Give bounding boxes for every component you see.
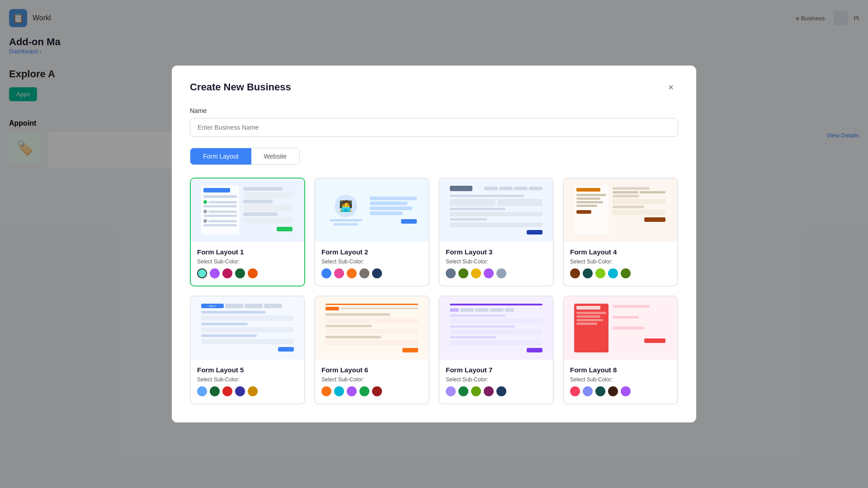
- layout-preview-3: [439, 178, 553, 242]
- layout-preview-5: step 1: [191, 296, 304, 360]
- color-dot[interactable]: [458, 386, 468, 396]
- color-dot[interactable]: [222, 268, 232, 278]
- layout-name-6: Form Layout 6: [321, 366, 422, 374]
- sub-color-label-3: Select Sub-Color:: [446, 258, 547, 265]
- layout-name-2: Form Layout 2: [321, 248, 422, 256]
- color-dot[interactable]: [235, 268, 245, 278]
- color-dot[interactable]: [372, 386, 382, 396]
- color-dot[interactable]: [197, 386, 207, 396]
- color-dot[interactable]: [248, 386, 258, 396]
- sub-color-label-2: Select Sub-Color:: [321, 258, 422, 265]
- sub-color-label-1: Select Sub-Color:: [197, 258, 298, 265]
- color-dot[interactable]: [446, 268, 456, 278]
- color-dot[interactable]: [210, 268, 220, 278]
- layout-card-1[interactable]: ✓: [190, 178, 305, 286]
- color-dot[interactable]: [347, 386, 357, 396]
- layout-name-4: Form Layout 4: [570, 248, 671, 256]
- color-dot[interactable]: [372, 268, 382, 278]
- color-dot[interactable]: [484, 386, 494, 396]
- color-dots-1: [197, 268, 298, 278]
- color-dot[interactable]: [359, 268, 369, 278]
- color-dots-2: [321, 268, 422, 278]
- layout-info-6: Form Layout 6 Select Sub-Color:: [315, 360, 429, 404]
- layout-tab-group: Form Layout Website: [190, 148, 300, 165]
- layout-name-1: Form Layout 1: [197, 248, 298, 256]
- color-dots-5: [197, 386, 298, 396]
- sub-color-label-5: Select Sub-Color:: [197, 376, 298, 383]
- color-dot[interactable]: [197, 268, 207, 278]
- layout-name-8: Form Layout 8: [570, 366, 671, 374]
- layout-name-5: Form Layout 5: [197, 366, 298, 374]
- color-dot[interactable]: [608, 386, 618, 396]
- layout-info-1: Form Layout 1 Select Sub-Color:: [191, 242, 304, 286]
- layout-name-3: Form Layout 3: [446, 248, 547, 256]
- layouts-grid: ✓: [190, 178, 678, 404]
- color-dot[interactable]: [471, 386, 481, 396]
- layout-preview-8: [564, 296, 677, 360]
- color-dot[interactable]: [608, 268, 618, 278]
- color-dot[interactable]: [496, 386, 506, 396]
- layout-preview-2: 🧑‍💻: [315, 178, 429, 242]
- color-dot[interactable]: [570, 268, 580, 278]
- layout-info-4: Form Layout 4 Select Sub-Color:: [564, 242, 677, 286]
- layout-info-5: Form Layout 5 Select Sub-Color:: [191, 360, 304, 404]
- color-dot[interactable]: [570, 386, 580, 396]
- layout-card-4[interactable]: Form Layout 4 Select Sub-Color:: [563, 178, 678, 286]
- color-dot[interactable]: [484, 268, 494, 278]
- layout-card-2[interactable]: 🧑‍💻: [314, 178, 429, 286]
- modal-header: Create New Business ×: [190, 80, 678, 94]
- business-name-input[interactable]: [190, 118, 678, 137]
- color-dot[interactable]: [458, 268, 468, 278]
- color-dot[interactable]: [334, 386, 344, 396]
- sub-color-label-4: Select Sub-Color:: [570, 258, 671, 265]
- layout-name-7: Form Layout 7: [446, 366, 547, 374]
- layout-card-8[interactable]: Form Layout 8 Select Sub-Color:: [563, 296, 678, 404]
- color-dot[interactable]: [235, 386, 245, 396]
- color-dot[interactable]: [222, 386, 232, 396]
- color-dot[interactable]: [446, 386, 456, 396]
- layout-info-7: Form Layout 7 Select Sub-Color:: [439, 360, 553, 404]
- layout-info-3: Form Layout 3 Select Sub-Color:: [439, 242, 553, 286]
- color-dot[interactable]: [621, 268, 631, 278]
- color-dot[interactable]: [210, 386, 220, 396]
- layout-card-6[interactable]: Form Layout 6 Select Sub-Color:: [314, 296, 429, 404]
- color-dot[interactable]: [583, 268, 593, 278]
- create-business-modal: Create New Business × Name Form Layout W…: [172, 66, 696, 422]
- layout-card-7[interactable]: Form Layout 7 Select Sub-Color:: [439, 296, 554, 404]
- modal-title: Create New Business: [190, 81, 291, 93]
- tab-website[interactable]: Website: [251, 148, 299, 164]
- sub-color-label-6: Select Sub-Color:: [321, 376, 422, 383]
- color-dot[interactable]: [595, 386, 605, 396]
- color-dots-8: [570, 386, 671, 396]
- layout-card-3[interactable]: Form Layout 3 Select Sub-Color:: [439, 178, 554, 286]
- layout-card-5[interactable]: step 1: [190, 296, 305, 404]
- layout-preview-7: [439, 296, 553, 360]
- color-dot[interactable]: [321, 386, 331, 396]
- layout-info-2: Form Layout 2 Select Sub-Color:: [315, 242, 429, 286]
- modal-close-button[interactable]: ×: [664, 80, 678, 94]
- color-dots-6: [321, 386, 422, 396]
- color-dot[interactable]: [347, 268, 357, 278]
- layout-preview-4: [564, 178, 677, 242]
- layout-preview-1: [191, 178, 304, 242]
- color-dot[interactable]: [621, 386, 631, 396]
- color-dot[interactable]: [595, 268, 605, 278]
- tab-form-layout[interactable]: Form Layout: [190, 148, 251, 164]
- color-dots-7: [446, 386, 547, 396]
- layout-info-8: Form Layout 8 Select Sub-Color:: [564, 360, 677, 404]
- color-dots-3: [446, 268, 547, 278]
- color-dot[interactable]: [583, 386, 593, 396]
- color-dots-4: [570, 268, 671, 278]
- sub-color-label-7: Select Sub-Color:: [446, 376, 547, 383]
- color-dot[interactable]: [359, 386, 369, 396]
- color-dot[interactable]: [471, 268, 481, 278]
- sub-color-label-8: Select Sub-Color:: [570, 376, 671, 383]
- name-field-label: Name: [190, 107, 678, 114]
- layout-preview-6: [315, 296, 429, 360]
- color-dot[interactable]: [334, 268, 344, 278]
- color-dot[interactable]: [248, 268, 258, 278]
- color-dot[interactable]: [496, 268, 506, 278]
- modal-overlay: Create New Business × Name Form Layout W…: [0, 0, 868, 488]
- color-dot[interactable]: [321, 268, 331, 278]
